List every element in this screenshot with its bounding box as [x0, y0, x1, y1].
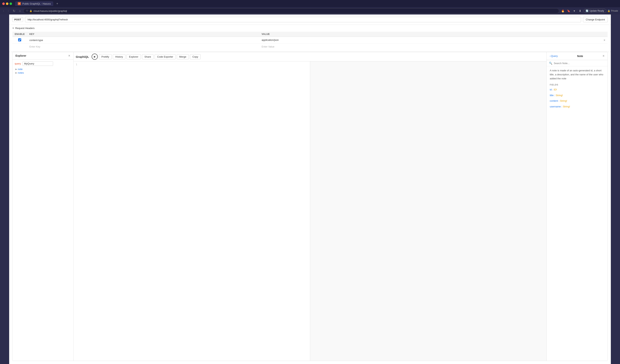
history-button[interactable]: History [113, 54, 125, 59]
doc-nav: ‹ Query [550, 55, 558, 57]
change-endpoint-button[interactable]: Change Endpoint [583, 17, 608, 22]
explorer-sidebar: Explorer × query ▶ note ▶ notes [12, 52, 74, 361]
update-icon: 🔄 [586, 10, 589, 12]
col-enable: ENABLE [12, 32, 27, 37]
chevron-left-icon: ‹ [550, 55, 551, 57]
method-badge: POST [12, 17, 23, 22]
doc-back-label: Query [551, 55, 558, 57]
new-tab-button[interactable]: + [56, 2, 58, 5]
header-value-placeholder: Enter Value [262, 45, 274, 48]
doc-description: A note is made of an auto-generated id, … [550, 69, 604, 80]
explorer-title: Explorer [16, 54, 26, 57]
header-key-cell: content-type [27, 37, 259, 44]
doc-back-button[interactable]: ‹ Query [550, 55, 558, 57]
header-empty-row: Enter Key Enter Value [12, 44, 608, 50]
doc-field-content-name: content [550, 99, 558, 102]
prettify-button[interactable]: Prettify [99, 54, 111, 59]
doc-explorer-header: ‹ Query Note × [547, 52, 608, 60]
request-headers-toggle[interactable]: ▼ Request Headers [12, 27, 608, 30]
header-value-cell: application/json × [259, 37, 608, 44]
doc-field-id-type: ID! [554, 88, 557, 91]
shield-icon: 🛡 [26, 10, 28, 12]
search-icon: 🔍 [549, 62, 552, 65]
doc-field-title-type: String! [556, 94, 563, 97]
copy-button[interactable]: Copy [190, 54, 201, 59]
forward-button[interactable]: › [7, 9, 10, 13]
explorer-item-note[interactable]: ▶ note [15, 67, 71, 71]
addressbar: ‹ › ↻ ⌂ 🛡 🔒 cloud.hasura.io/public/graph… [0, 7, 620, 15]
private-label: Private [611, 10, 618, 12]
hasura-tab-icon: H [18, 2, 21, 5]
explorer-header: Explorer × [12, 52, 73, 60]
query-editor[interactable]: 1 [74, 61, 310, 361]
update-ready-button[interactable]: 🔄 Update Ready [584, 9, 606, 13]
refresh-button[interactable]: ↻ [12, 9, 16, 13]
tree-arrow-note-icon: ▶ [16, 68, 17, 70]
headers-table: ENABLE KEY VALUE content-type applicatio… [12, 31, 608, 50]
doc-field-title: title : String! [550, 93, 604, 97]
address-url: cloud.hasura.io/public/graphiql [33, 10, 67, 12]
endpoint-url-input[interactable] [25, 17, 581, 22]
merge-button[interactable]: Merge [177, 54, 189, 59]
doc-search-input[interactable] [554, 62, 605, 65]
bookmark-dropdown-icon[interactable]: ▾ [572, 9, 577, 13]
doc-field-id: id : ID! [550, 88, 604, 91]
code-exporter-button[interactable]: Code Exporter [155, 54, 176, 59]
tree-arrow-notes-icon: ▶ [16, 72, 17, 74]
graphiql-title: GraphiQL [76, 55, 89, 58]
back-button[interactable]: ‹ [2, 9, 5, 13]
address-field[interactable]: 🛡 🔒 cloud.hasura.io/public/graphiql [23, 8, 559, 13]
line-number-1: 1 [76, 63, 77, 66]
share-button[interactable]: Share [142, 54, 154, 59]
query-label: query [15, 62, 21, 65]
delete-header-button[interactable]: × [604, 39, 605, 42]
doc-field-content-colon: : [558, 99, 560, 102]
doc-explorer-close-button[interactable]: × [603, 54, 604, 58]
col-key: KEY [27, 32, 259, 37]
private-button[interactable]: 🔒 Private [607, 10, 618, 12]
bookmarks-icon[interactable]: 🔖 [566, 9, 571, 13]
doc-field-title-colon: : [554, 94, 556, 97]
header-key-value: content-type [29, 39, 43, 42]
header-empty-key-cell: Enter Key [27, 44, 259, 50]
doc-field-username: username : String! [550, 105, 604, 108]
doc-field-content: content : String! [550, 99, 604, 103]
doc-explorer-body: A note is made of an auto-generated id, … [547, 66, 608, 361]
minimize-traffic-light[interactable] [6, 2, 8, 5]
doc-field-id-name: id [550, 88, 552, 91]
explorer-item-notes-label: notes [18, 71, 24, 74]
header-key-placeholder: Enter Key [29, 45, 40, 48]
extensions-icon[interactable]: 🔥 [561, 9, 565, 13]
query-row: query [15, 61, 71, 66]
home-button[interactable]: ⌂ [18, 9, 22, 13]
right-actions: 🔥 🔖 ▾ ⬇ 🔄 Update Ready 🔒 Private [561, 9, 618, 13]
doc-field-username-type: String! [563, 105, 570, 108]
doc-field-username-colon: : [561, 105, 563, 108]
doc-field-content-type: String! [560, 99, 567, 102]
explorer-button[interactable]: Explorer [126, 54, 141, 59]
download-icon[interactable]: ⬇ [578, 9, 582, 13]
update-ready-label: Update Ready [589, 10, 604, 12]
doc-explorer-title: Note [577, 55, 583, 58]
explorer-close-button[interactable]: × [68, 54, 70, 57]
close-traffic-light[interactable] [2, 2, 5, 5]
traffic-lights [2, 2, 12, 5]
maximize-traffic-light[interactable] [10, 2, 12, 5]
browser-tab[interactable]: H Public GraphiQL - Hasura [15, 1, 53, 6]
run-query-button[interactable]: ▶ [92, 54, 98, 60]
explorer-item-notes[interactable]: ▶ notes [15, 71, 71, 75]
doc-fields-label: FIELDS [550, 84, 604, 86]
header-row-0: content-type application/json × [12, 37, 608, 44]
tab-title: Public GraphiQL - Hasura [22, 2, 51, 5]
header-enable-checkbox[interactable] [18, 38, 21, 41]
header-empty-enable-cell [12, 44, 27, 50]
header-enable-cell [12, 37, 27, 44]
request-headers-label: Request Headers [15, 27, 34, 30]
graphql-editor: GraphiQL ▶ Prettify History Explorer Sha… [74, 52, 546, 361]
query-name-input[interactable] [23, 61, 53, 66]
explorer-item-note-label: note [18, 68, 23, 71]
main-content: POST Change Endpoint ▼ Request Headers E… [9, 15, 611, 364]
doc-field-title-name: title [550, 94, 554, 97]
explorer-body: query ▶ note ▶ notes [12, 60, 73, 361]
graphql-toolbar: GraphiQL ▶ Prettify History Explorer Sha… [74, 52, 546, 61]
